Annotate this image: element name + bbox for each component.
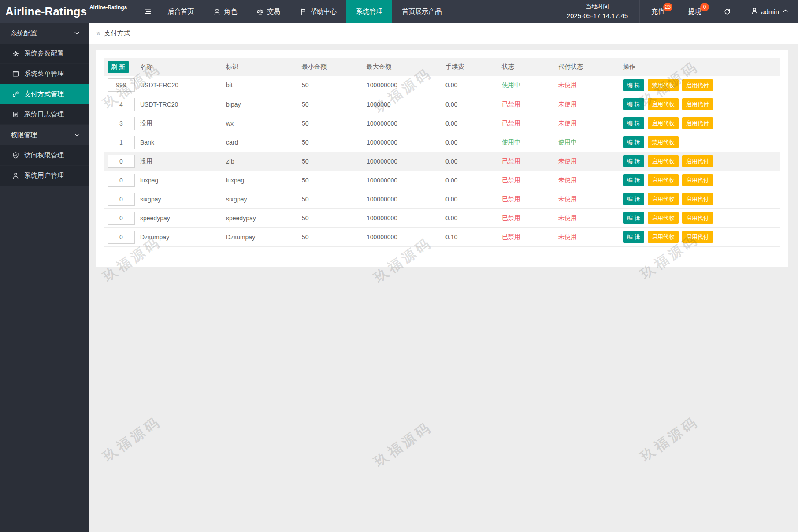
pay-status-text: 使用中 <box>558 138 577 145</box>
nav-item[interactable]: 交易 <box>247 0 290 23</box>
cell-code: speedypay <box>223 208 298 227</box>
sidebar-item-label: 系统参数配置 <box>24 49 64 58</box>
action-button[interactable]: 编 辑 <box>623 174 644 186</box>
action-button[interactable]: 启用代付 <box>682 117 713 129</box>
cell-min: 50 <box>298 190 363 208</box>
payment-methods-table: 刷 新 名称 标识 最小金额 最大金额 手续费 状态 代付状态 操作 USDT-… <box>104 58 780 247</box>
sidebar-item[interactable]: 系统日志管理 <box>0 104 89 125</box>
pay-status-text: 未使用 <box>558 233 577 240</box>
action-button[interactable]: 启用代收 <box>648 155 679 167</box>
action-button[interactable]: 编 辑 <box>623 155 644 167</box>
local-time-value: 2025-05-17 14:17:45 <box>567 11 628 21</box>
shield-check-icon <box>12 152 19 159</box>
nav-item-label: 后台首页 <box>167 7 194 16</box>
sidebar-item[interactable]: 系统用户管理 <box>0 166 89 186</box>
sidebar-section-title[interactable]: 权限管理 <box>0 125 89 145</box>
sidebar-section-title[interactable]: 系统配置 <box>0 23 89 44</box>
table-row: Bankcard501000000000.00使用中使用中编 辑禁用代收 <box>104 133 780 152</box>
action-button[interactable]: 编 辑 <box>623 212 644 224</box>
cell-min: 50 <box>298 95 363 114</box>
action-button[interactable]: 启用代付 <box>682 79 713 91</box>
sort-input[interactable] <box>108 136 135 149</box>
sidebar-item[interactable]: 访问权限管理 <box>0 145 89 166</box>
action-button[interactable]: 启用代收 <box>648 231 679 243</box>
cell-min: 50 <box>298 133 363 152</box>
sort-input[interactable] <box>108 98 135 111</box>
sidebar-item[interactable]: 系统菜单管理 <box>0 64 89 84</box>
cell-status: 已禁用 <box>498 171 555 190</box>
cell-pay-status: 未使用 <box>555 208 620 227</box>
cell-name: Dzxumpay <box>137 227 223 246</box>
action-button[interactable]: 编 辑 <box>623 117 644 129</box>
action-button[interactable]: 禁用代收 <box>648 136 679 148</box>
action-button[interactable]: 启用代付 <box>682 174 713 186</box>
action-button[interactable]: 启用代收 <box>648 117 679 129</box>
nav-item-label: 系统管理 <box>356 7 382 16</box>
cell-min: 50 <box>298 76 363 95</box>
nav-item[interactable]: 角色 <box>204 0 247 23</box>
nav-item-label: 首页展示产品 <box>402 7 442 16</box>
logo-text: Airline-Ratings <box>5 5 87 19</box>
cell-name: speedypay <box>137 208 223 227</box>
cell-max: 100000000 <box>363 76 442 95</box>
quick-link[interactable]: 充值23 <box>640 0 676 23</box>
sidebar-item[interactable]: 支付方式管理 <box>0 84 89 104</box>
action-button[interactable]: 编 辑 <box>623 98 644 110</box>
payment-methods-card: 刷 新 名称 标识 最小金额 最大金额 手续费 状态 代付状态 操作 USDT-… <box>96 50 788 267</box>
sort-input[interactable] <box>108 117 135 130</box>
col-min-amount: 最小金额 <box>298 58 363 76</box>
action-button[interactable]: 启用代收 <box>648 174 679 186</box>
cell-status: 已禁用 <box>498 190 555 208</box>
sidebar-item[interactable]: 系统参数配置 <box>0 44 89 64</box>
nav-item[interactable]: 首页展示产品 <box>392 0 451 23</box>
sort-input[interactable] <box>108 174 135 187</box>
cell-sort <box>104 227 137 246</box>
refresh-page-button[interactable] <box>713 0 742 23</box>
chevron-down-icon <box>73 131 81 139</box>
action-button[interactable]: 编 辑 <box>623 136 644 148</box>
sidebar-section-label: 系统配置 <box>11 29 73 37</box>
pay-status-text: 未使用 <box>558 157 577 164</box>
sort-input[interactable] <box>108 193 135 206</box>
action-button[interactable]: 启用代收 <box>648 193 679 205</box>
sort-input[interactable] <box>108 231 135 244</box>
sidebar-toggle-button[interactable] <box>137 0 158 23</box>
nav-item[interactable]: 帮助中心 <box>290 0 346 23</box>
cell-status: 使用中 <box>498 76 555 95</box>
cell-code: zfb <box>223 152 298 171</box>
action-button[interactable]: 编 辑 <box>623 79 644 91</box>
cell-sort <box>104 133 137 152</box>
action-button[interactable]: 启用代付 <box>682 231 713 243</box>
user-menu[interactable]: admin <box>742 0 798 23</box>
cell-code: bit <box>223 76 298 95</box>
action-button[interactable]: 启用代收 <box>648 212 679 224</box>
action-button[interactable]: 编 辑 <box>623 231 644 243</box>
main-menu: 后台首页角色交易帮助中心系统管理首页展示产品 <box>158 0 451 23</box>
action-button[interactable]: 启用代付 <box>682 193 713 205</box>
cell-code: bipay <box>223 95 298 114</box>
nav-item-label: 角色 <box>224 7 237 16</box>
table-row: 没用wx501000000000.00已禁用未使用编 辑启用代收启用代付 <box>104 114 780 133</box>
sort-input[interactable] <box>108 78 135 92</box>
action-button[interactable]: 启用代收 <box>648 98 679 110</box>
action-button[interactable]: 禁用代收 <box>648 79 679 91</box>
chevron-up-icon <box>782 7 789 15</box>
table-row: speedypayspeedypay501000000000.00已禁用未使用编… <box>104 208 780 227</box>
sort-input[interactable] <box>108 212 135 225</box>
table-row: DzxumpayDzxumpay501000000000.10已禁用未使用编 辑… <box>104 227 780 246</box>
action-button[interactable]: 启用代付 <box>682 212 713 224</box>
quick-link-label: 提现 <box>688 7 701 16</box>
nav-item[interactable]: 后台首页 <box>158 0 204 23</box>
cell-fee: 0.00 <box>442 76 498 95</box>
refresh-button[interactable]: 刷 新 <box>108 61 129 73</box>
pay-status-text: 未使用 <box>558 119 577 126</box>
cell-max: 1000000 <box>363 95 442 114</box>
cell-fee: 0.00 <box>442 171 498 190</box>
quick-link[interactable]: 提现0 <box>676 0 713 23</box>
nav-item[interactable]: 系统管理 <box>346 0 392 23</box>
person-icon <box>213 8 221 15</box>
action-button[interactable]: 启用代付 <box>682 155 713 167</box>
action-button[interactable]: 编 辑 <box>623 193 644 205</box>
sort-input[interactable] <box>108 155 135 168</box>
action-button[interactable]: 启用代付 <box>682 98 713 110</box>
